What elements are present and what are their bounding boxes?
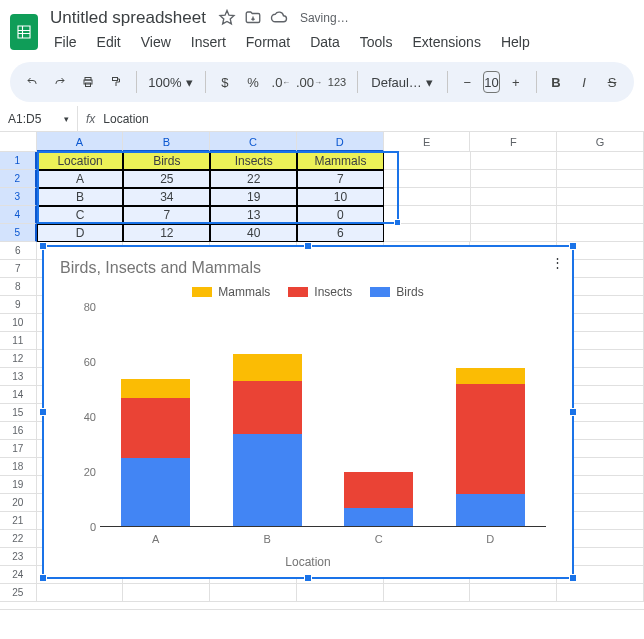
row-header[interactable]: 7 [0, 260, 37, 278]
cell[interactable] [384, 152, 471, 170]
increase-decimal-button[interactable]: .00→ [297, 68, 321, 96]
bar-segment[interactable] [456, 384, 525, 494]
row-header[interactable]: 13 [0, 368, 37, 386]
legend-item[interactable]: Birds [370, 285, 423, 299]
cell[interactable] [557, 206, 644, 224]
column-header[interactable]: C [210, 132, 297, 152]
currency-button[interactable]: $ [213, 68, 237, 96]
paint-format-button[interactable] [104, 68, 128, 96]
column-header[interactable]: A [37, 132, 124, 152]
cell[interactable]: Insects [210, 152, 297, 170]
more-formats-button[interactable]: 123 [325, 68, 349, 96]
row-header[interactable]: 4 [0, 206, 37, 224]
sheet-tabs-bar[interactable] [0, 609, 644, 639]
row-header[interactable]: 24 [0, 566, 37, 584]
doc-title[interactable]: Untitled spreadsheet [46, 6, 210, 30]
cell[interactable] [471, 170, 558, 188]
cell[interactable]: 7 [297, 170, 384, 188]
cell[interactable]: 34 [123, 188, 210, 206]
star-icon[interactable] [218, 9, 236, 27]
cell[interactable] [557, 170, 644, 188]
bar-segment[interactable] [456, 494, 525, 527]
menu-extensions[interactable]: Extensions [404, 32, 488, 52]
font-select[interactable]: Defaul… ▾ [365, 75, 439, 90]
menu-edit[interactable]: Edit [89, 32, 129, 52]
percent-button[interactable]: % [241, 68, 265, 96]
cell[interactable]: 10 [297, 188, 384, 206]
fontsize-input[interactable]: 10 [483, 71, 499, 93]
increase-fontsize-button[interactable]: + [504, 68, 528, 96]
cell[interactable] [384, 170, 471, 188]
row-header[interactable]: 20 [0, 494, 37, 512]
bar-segment[interactable] [344, 472, 413, 508]
row-header[interactable]: 22 [0, 530, 37, 548]
bar-segment[interactable] [456, 368, 525, 385]
chart-object[interactable]: ⋮ Birds, Insects and Mammals MammalsInse… [42, 245, 574, 579]
cell[interactable] [471, 188, 558, 206]
undo-button[interactable] [20, 68, 44, 96]
bar-segment[interactable] [121, 458, 190, 527]
row-header[interactable]: 23 [0, 548, 37, 566]
row-header[interactable]: 18 [0, 458, 37, 476]
menu-insert[interactable]: Insert [183, 32, 234, 52]
bar-segment[interactable] [344, 508, 413, 527]
cell[interactable] [384, 584, 471, 602]
cell[interactable]: 0 [297, 206, 384, 224]
cell[interactable]: 6 [297, 224, 384, 242]
cell[interactable]: 12 [123, 224, 210, 242]
cell[interactable] [471, 224, 558, 242]
cell[interactable] [557, 152, 644, 170]
move-folder-icon[interactable] [244, 9, 262, 27]
bar-segment[interactable] [121, 379, 190, 398]
cell[interactable] [384, 188, 471, 206]
bar-segment[interactable] [121, 398, 190, 459]
menu-file[interactable]: File [46, 32, 85, 52]
cell[interactable] [471, 152, 558, 170]
cell[interactable]: 40 [210, 224, 297, 242]
decrease-decimal-button[interactable]: .0← [269, 68, 293, 96]
cell[interactable] [557, 188, 644, 206]
zoom-select[interactable]: 100% ▾ [144, 75, 196, 90]
cell[interactable] [384, 206, 471, 224]
row-header[interactable]: 17 [0, 440, 37, 458]
strike-button[interactable]: S [600, 68, 624, 96]
row-header[interactable]: 25 [0, 584, 37, 602]
cell[interactable] [470, 584, 557, 602]
cell[interactable]: 25 [123, 170, 210, 188]
row-header[interactable]: 6 [0, 242, 37, 260]
column-header[interactable]: E [384, 132, 471, 152]
cell[interactable]: 22 [210, 170, 297, 188]
cell[interactable] [37, 584, 124, 602]
cell[interactable]: 13 [210, 206, 297, 224]
row-header[interactable]: 11 [0, 332, 37, 350]
cell[interactable]: D [37, 224, 124, 242]
row-header[interactable]: 1 [0, 152, 37, 170]
decrease-fontsize-button[interactable]: − [455, 68, 479, 96]
cell[interactable] [557, 224, 644, 242]
cell[interactable]: Birds [123, 152, 210, 170]
row-header[interactable]: 15 [0, 404, 37, 422]
menu-help[interactable]: Help [493, 32, 538, 52]
redo-button[interactable] [48, 68, 72, 96]
bar-segment[interactable] [233, 434, 302, 528]
row-header[interactable]: 21 [0, 512, 37, 530]
cell[interactable] [297, 584, 384, 602]
cell[interactable] [471, 206, 558, 224]
italic-button[interactable]: I [572, 68, 596, 96]
row-header[interactable]: 3 [0, 188, 37, 206]
column-header[interactable]: G [557, 132, 644, 152]
row-header[interactable]: 19 [0, 476, 37, 494]
cell[interactable] [123, 584, 210, 602]
row-header[interactable]: 2 [0, 170, 37, 188]
cell[interactable]: B [37, 188, 124, 206]
cell[interactable]: Mammals [297, 152, 384, 170]
cloud-status-icon[interactable] [270, 9, 288, 27]
menu-data[interactable]: Data [302, 32, 348, 52]
row-header[interactable]: 9 [0, 296, 37, 314]
cell[interactable]: Location [37, 152, 124, 170]
cell[interactable]: 19 [210, 188, 297, 206]
menu-format[interactable]: Format [238, 32, 298, 52]
bold-button[interactable]: B [544, 68, 568, 96]
cell[interactable]: 7 [123, 206, 210, 224]
column-header[interactable]: D [297, 132, 384, 152]
